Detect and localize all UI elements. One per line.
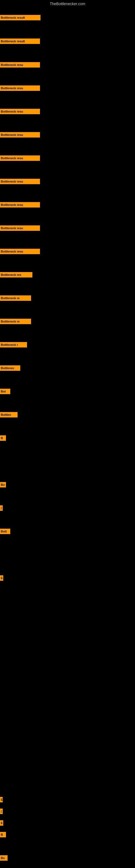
- bottleneck-bar: Bot: [0, 389, 10, 394]
- bottleneck-bar: Bottleneck r: [0, 342, 27, 347]
- bottleneck-bar: Bottleneck re: [0, 319, 31, 324]
- bottleneck-bar: |: [0, 809, 3, 814]
- bottleneck-bar: Bottleneck result: [0, 15, 41, 20]
- bottleneck-bar: Bottleneck resu: [0, 225, 40, 231]
- bottleneck-bar: Bottlenec: [0, 365, 20, 371]
- bottleneck-bar: Bottleneck resu: [0, 202, 40, 208]
- bottleneck-bar: Bottleneck resu: [0, 86, 40, 91]
- bottleneck-bar: Bottleneck result: [0, 38, 40, 44]
- bottleneck-bar: Bottlen: [0, 412, 17, 417]
- bottleneck-bar: |: [0, 505, 3, 511]
- bottleneck-bar: Bottleneck re: [0, 296, 31, 301]
- bottleneck-bar: Bo: [0, 482, 6, 488]
- bottleneck-bar: E: [0, 797, 3, 802]
- bottleneck-bar: Bottleneck resu: [0, 155, 40, 161]
- bottleneck-bar: B: [0, 435, 6, 441]
- bottleneck-bar: Bo: [0, 855, 8, 861]
- bottleneck-bar: Bottleneck resu: [0, 132, 40, 137]
- bottleneck-bar: Bott: [0, 529, 10, 534]
- bottleneck-bar: Bottleneck resu: [0, 109, 40, 114]
- bottleneck-bar: E: [0, 575, 3, 581]
- bottleneck-bar: Bottleneck resu: [0, 249, 40, 254]
- bottleneck-bar: B: [0, 832, 6, 837]
- bottleneck-bar: Bottleneck resu: [0, 179, 40, 184]
- bottleneck-bar: E: [0, 820, 3, 826]
- bottleneck-bar: Bottleneck resu: [0, 62, 40, 67]
- bottleneck-bar: Bottleneck res: [0, 272, 32, 278]
- site-title: TheBottlenecker.com: [0, 0, 135, 7]
